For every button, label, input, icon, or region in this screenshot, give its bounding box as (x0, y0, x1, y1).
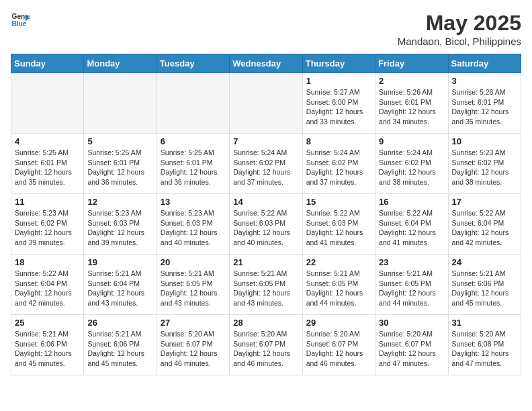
day-info: Sunrise: 5:24 AM Sunset: 6:02 PM Dayligh… (379, 148, 444, 187)
day-info: Sunrise: 5:20 AM Sunset: 6:07 PM Dayligh… (161, 329, 226, 369)
day-number: 23 (379, 257, 444, 267)
day-number: 9 (379, 136, 444, 146)
day-number: 19 (87, 257, 152, 267)
calendar-cell: 29Sunrise: 5:20 AM Sunset: 6:07 PM Dayli… (302, 315, 375, 375)
page-header: General Blue May 2025 Mandaon, Bicol, Ph… (11, 11, 521, 47)
day-info: Sunrise: 5:22 AM Sunset: 6:04 PM Dayligh… (452, 208, 517, 248)
calendar-cell: 28Sunrise: 5:20 AM Sunset: 6:07 PM Dayli… (230, 315, 302, 375)
calendar-cell (230, 73, 302, 134)
calendar-cell: 7Sunrise: 5:24 AM Sunset: 6:02 PM Daylig… (230, 134, 302, 194)
day-info: Sunrise: 5:20 AM Sunset: 6:07 PM Dayligh… (233, 329, 298, 369)
calendar-cell: 17Sunrise: 5:22 AM Sunset: 6:04 PM Dayli… (448, 194, 521, 255)
calendar-cell: 9Sunrise: 5:24 AM Sunset: 6:02 PM Daylig… (375, 134, 448, 194)
day-info: Sunrise: 5:23 AM Sunset: 6:03 PM Dayligh… (87, 208, 152, 248)
calendar-cell: 4Sunrise: 5:25 AM Sunset: 6:01 PM Daylig… (11, 134, 84, 194)
day-number: 29 (306, 318, 371, 328)
calendar-cell: 5Sunrise: 5:25 AM Sunset: 6:01 PM Daylig… (84, 134, 157, 194)
day-number: 12 (87, 197, 152, 207)
calendar-cell: 11Sunrise: 5:23 AM Sunset: 6:02 PM Dayli… (11, 194, 84, 255)
calendar-cell: 8Sunrise: 5:24 AM Sunset: 6:02 PM Daylig… (302, 134, 375, 194)
calendar-cell: 3Sunrise: 5:26 AM Sunset: 6:01 PM Daylig… (448, 73, 521, 134)
day-info: Sunrise: 5:27 AM Sunset: 6:00 PM Dayligh… (306, 87, 371, 127)
day-number: 8 (306, 136, 371, 146)
day-number: 1 (306, 76, 371, 86)
calendar-cell: 26Sunrise: 5:21 AM Sunset: 6:06 PM Dayli… (84, 315, 157, 375)
day-info: Sunrise: 5:22 AM Sunset: 6:03 PM Dayligh… (233, 208, 298, 248)
day-info: Sunrise: 5:21 AM Sunset: 6:06 PM Dayligh… (452, 269, 517, 308)
calendar-cell: 31Sunrise: 5:20 AM Sunset: 6:08 PM Dayli… (448, 315, 521, 375)
calendar-cell (157, 73, 229, 134)
logo: General Blue (11, 11, 30, 30)
calendar-cell: 2Sunrise: 5:26 AM Sunset: 6:01 PM Daylig… (375, 73, 448, 134)
title-block: May 2025 Mandaon, Bicol, Philippines (398, 11, 521, 47)
calendar-cell: 14Sunrise: 5:22 AM Sunset: 6:03 PM Dayli… (230, 194, 302, 255)
day-info: Sunrise: 5:21 AM Sunset: 6:06 PM Dayligh… (87, 329, 152, 369)
month-title: May 2025 (398, 11, 521, 36)
day-info: Sunrise: 5:26 AM Sunset: 6:01 PM Dayligh… (379, 87, 444, 127)
day-number: 13 (161, 197, 226, 207)
day-number: 18 (15, 257, 80, 267)
calendar-cell: 20Sunrise: 5:21 AM Sunset: 6:05 PM Dayli… (157, 255, 229, 315)
day-number: 25 (15, 318, 80, 328)
day-info: Sunrise: 5:20 AM Sunset: 6:08 PM Dayligh… (452, 329, 517, 369)
calendar-cell: 13Sunrise: 5:23 AM Sunset: 6:03 PM Dayli… (157, 194, 229, 255)
day-number: 31 (452, 318, 517, 328)
weekday-header-wednesday: Wednesday (230, 54, 302, 73)
calendar-cell: 18Sunrise: 5:22 AM Sunset: 6:04 PM Dayli… (11, 255, 84, 315)
day-info: Sunrise: 5:21 AM Sunset: 6:05 PM Dayligh… (306, 269, 371, 308)
week-row-4: 18Sunrise: 5:22 AM Sunset: 6:04 PM Dayli… (11, 255, 521, 315)
calendar-table: SundayMondayTuesdayWednesdayThursdayFrid… (11, 54, 521, 375)
day-info: Sunrise: 5:23 AM Sunset: 6:02 PM Dayligh… (452, 148, 517, 187)
day-info: Sunrise: 5:25 AM Sunset: 6:01 PM Dayligh… (87, 148, 152, 187)
day-info: Sunrise: 5:22 AM Sunset: 6:04 PM Dayligh… (15, 269, 80, 308)
day-number: 6 (161, 136, 226, 146)
calendar-cell: 1Sunrise: 5:27 AM Sunset: 6:00 PM Daylig… (302, 73, 375, 134)
day-info: Sunrise: 5:24 AM Sunset: 6:02 PM Dayligh… (306, 148, 371, 187)
logo-icon: General Blue (11, 11, 30, 30)
day-info: Sunrise: 5:21 AM Sunset: 6:04 PM Dayligh… (87, 269, 152, 308)
week-row-2: 4Sunrise: 5:25 AM Sunset: 6:01 PM Daylig… (11, 134, 521, 194)
calendar-cell: 19Sunrise: 5:21 AM Sunset: 6:04 PM Dayli… (84, 255, 157, 315)
day-number: 30 (379, 318, 444, 328)
day-number: 7 (233, 136, 298, 146)
day-number: 21 (233, 257, 298, 267)
day-number: 15 (306, 197, 371, 207)
day-info: Sunrise: 5:24 AM Sunset: 6:02 PM Dayligh… (233, 148, 298, 187)
day-info: Sunrise: 5:25 AM Sunset: 6:01 PM Dayligh… (161, 148, 226, 187)
weekday-header-saturday: Saturday (448, 54, 521, 73)
calendar-cell (84, 73, 157, 134)
weekday-header-row: SundayMondayTuesdayWednesdayThursdayFrid… (11, 54, 521, 73)
calendar-cell: 30Sunrise: 5:20 AM Sunset: 6:07 PM Dayli… (375, 315, 448, 375)
location-title: Mandaon, Bicol, Philippines (398, 36, 521, 47)
calendar-cell: 15Sunrise: 5:22 AM Sunset: 6:03 PM Dayli… (302, 194, 375, 255)
calendar-cell: 24Sunrise: 5:21 AM Sunset: 6:06 PM Dayli… (448, 255, 521, 315)
day-number: 24 (452, 257, 517, 267)
week-row-3: 11Sunrise: 5:23 AM Sunset: 6:02 PM Dayli… (11, 194, 521, 255)
calendar-cell: 22Sunrise: 5:21 AM Sunset: 6:05 PM Dayli… (302, 255, 375, 315)
day-number: 4 (15, 136, 80, 146)
day-info: Sunrise: 5:21 AM Sunset: 6:05 PM Dayligh… (161, 269, 226, 308)
calendar-cell: 25Sunrise: 5:21 AM Sunset: 6:06 PM Dayli… (11, 315, 84, 375)
day-number: 11 (15, 197, 80, 207)
day-number: 17 (452, 197, 517, 207)
day-number: 22 (306, 257, 371, 267)
week-row-1: 1Sunrise: 5:27 AM Sunset: 6:00 PM Daylig… (11, 73, 521, 134)
calendar-cell: 27Sunrise: 5:20 AM Sunset: 6:07 PM Dayli… (157, 315, 229, 375)
calendar-cell: 12Sunrise: 5:23 AM Sunset: 6:03 PM Dayli… (84, 194, 157, 255)
weekday-header-thursday: Thursday (302, 54, 375, 73)
day-number: 2 (379, 76, 444, 86)
day-number: 16 (379, 197, 444, 207)
weekday-header-friday: Friday (375, 54, 448, 73)
calendar-cell (11, 73, 84, 134)
calendar-cell: 16Sunrise: 5:22 AM Sunset: 6:04 PM Dayli… (375, 194, 448, 255)
day-info: Sunrise: 5:21 AM Sunset: 6:06 PM Dayligh… (15, 329, 80, 369)
weekday-header-monday: Monday (84, 54, 157, 73)
day-info: Sunrise: 5:23 AM Sunset: 6:03 PM Dayligh… (161, 208, 226, 248)
day-info: Sunrise: 5:21 AM Sunset: 6:05 PM Dayligh… (379, 269, 444, 308)
calendar-cell: 6Sunrise: 5:25 AM Sunset: 6:01 PM Daylig… (157, 134, 229, 194)
weekday-header-sunday: Sunday (11, 54, 84, 73)
svg-text:Blue: Blue (12, 20, 27, 28)
calendar-cell: 21Sunrise: 5:21 AM Sunset: 6:05 PM Dayli… (230, 255, 302, 315)
week-row-5: 25Sunrise: 5:21 AM Sunset: 6:06 PM Dayli… (11, 315, 521, 375)
day-number: 20 (161, 257, 226, 267)
